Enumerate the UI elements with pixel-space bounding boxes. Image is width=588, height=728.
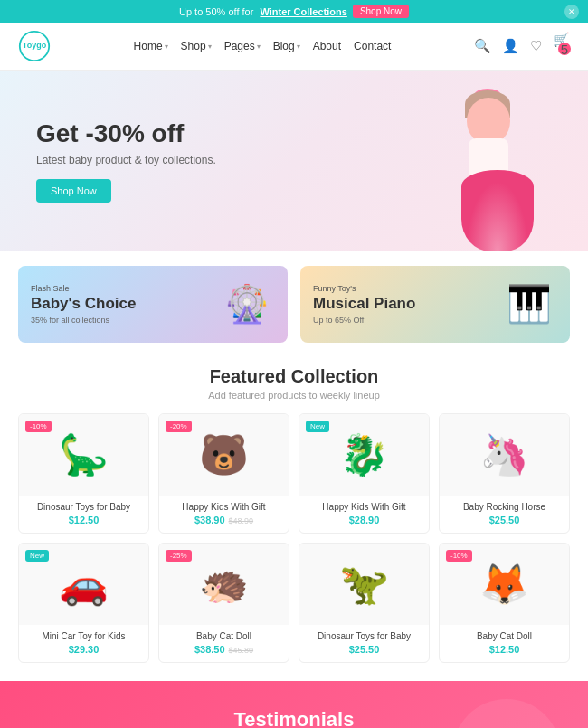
product-info: Dinosaur Toys for Baby $25.50 <box>299 625 429 662</box>
promo-tag-flash: Flash Sale <box>31 284 275 293</box>
product-old-price: $48.90 <box>229 516 254 525</box>
product-card[interactable]: -20% 🐻 Happy Kids With Gift $38.90$48.90 <box>158 413 289 534</box>
promo-title-piano: Musical Piano <box>313 296 557 313</box>
product-badge: New <box>306 421 329 432</box>
girl-figure <box>443 107 552 251</box>
cart-badge: 5 <box>558 43 571 55</box>
product-info: Dinosaur Toys for Baby $12.50 <box>19 496 148 533</box>
product-name: Baby Cat Doll <box>166 631 281 641</box>
product-name: Baby Cat Doll <box>447 631 562 641</box>
hero-heading: Get -30% off <box>36 119 216 148</box>
wishlist-icon[interactable]: ♡ <box>530 38 542 54</box>
product-name: Dinosaur Toys for Baby <box>26 502 141 512</box>
promo-sub-flash: 35% for all collections <box>31 316 275 325</box>
product-price-container: $38.90$48.90 <box>166 515 281 525</box>
product-price-container: $12.50 <box>447 644 562 655</box>
product-price-container: $25.50 <box>307 644 422 655</box>
product-name: Mini Car Toy for Kids <box>26 631 141 641</box>
product-old-price: $45.80 <box>229 646 254 655</box>
product-price: $25.50 <box>489 515 520 525</box>
promo-title-flash: Baby's Choice <box>31 296 275 313</box>
nav-home[interactable]: Home ▾ <box>134 40 168 52</box>
promo-card-funny-toys[interactable]: Funny Toy's Musical Piano Up to 65% Off … <box>300 266 570 343</box>
product-card[interactable]: -25% 🦔 Baby Cat Doll $38.50$45.80 <box>158 543 289 663</box>
product-card[interactable]: New 🚗 Mini Car Toy for Kids $29.30 <box>18 543 149 663</box>
banner-close-button[interactable]: ✕ <box>564 5 579 19</box>
product-price-container: $38.50$45.80 <box>166 644 281 655</box>
testimonials-title: Testimonials <box>18 708 570 728</box>
hero-subtext: Latest baby product & toy collections. <box>36 154 216 166</box>
nav-shop[interactable]: Shop ▾ <box>181 40 212 52</box>
product-price: $38.50 <box>194 644 225 655</box>
section-header: Featured Collection Add featured product… <box>18 366 570 401</box>
promo-tag-piano: Funny Toy's <box>313 284 557 293</box>
product-price: $25.50 <box>349 644 380 655</box>
product-info: Baby Cat Doll $38.50$45.80 <box>159 625 289 662</box>
hero-content: Get -30% off Latest baby product & toy c… <box>0 101 252 221</box>
nav-contact[interactable]: Contact <box>354 40 391 52</box>
product-card[interactable]: 🦄 Baby Rocking Horse $25.50 <box>439 413 570 534</box>
banner-shop-now-button[interactable]: Shop Now <box>353 5 409 18</box>
testimonials-section: Testimonials What they say 👧👦👩 <box>0 681 588 728</box>
promo-card-flash-sale[interactable]: Flash Sale Baby's Choice 35% for all col… <box>18 266 288 343</box>
product-name: Happy Kids With Gift <box>307 502 422 512</box>
section-subtitle: Add featured products to weekly lineup <box>18 390 570 401</box>
logo[interactable]: Toygo <box>18 30 51 62</box>
product-name: Happy Kids With Gift <box>166 502 281 512</box>
product-card[interactable]: -10% 🦕 Dinosaur Toys for Baby $12.50 <box>18 413 149 534</box>
product-info: Baby Cat Doll $12.50 <box>440 625 569 662</box>
logo-icon: Toygo <box>18 30 51 62</box>
section-title: Featured Collection <box>18 366 570 387</box>
products-grid: -10% 🦕 Dinosaur Toys for Baby $12.50 -20… <box>18 413 570 663</box>
hero-section: Get -30% off Latest baby product & toy c… <box>0 71 588 251</box>
search-icon[interactable]: 🔍 <box>474 38 491 54</box>
product-info: Baby Rocking Horse $25.50 <box>440 496 569 533</box>
product-price: $12.50 <box>489 644 520 655</box>
cart-icon[interactable]: 🛒 5 <box>553 32 570 61</box>
featured-collection-section: Featured Collection Add featured product… <box>0 357 588 681</box>
user-icon[interactable]: 👤 <box>502 38 519 54</box>
svg-text:Toygo: Toygo <box>23 41 47 50</box>
product-price-container: $28.90 <box>307 515 422 525</box>
product-price: $28.90 <box>349 515 380 525</box>
top-banner: Up to 50% off for Winter Collections Sho… <box>0 0 588 23</box>
product-badge: -20% <box>166 421 192 432</box>
product-badge: -10% <box>25 421 52 432</box>
product-badge: -10% <box>446 550 472 562</box>
banner-text: Up to 50% off for Winter Collections <box>179 6 347 17</box>
hero-shop-now-button[interactable]: Shop Now <box>36 179 111 203</box>
nav-blog[interactable]: Blog ▾ <box>273 40 300 52</box>
header: Toygo Home ▾ Shop ▾ Pages ▾ Blog ▾ About… <box>0 23 588 71</box>
product-info: Happy Kids With Gift $38.90$48.90 <box>159 496 289 533</box>
product-info: Happy Kids With Gift $28.90 <box>299 496 429 533</box>
product-price: $38.90 <box>194 515 225 525</box>
main-nav: Home ▾ Shop ▾ Pages ▾ Blog ▾ About Conta… <box>134 40 392 52</box>
product-badge: -25% <box>166 550 192 562</box>
product-card[interactable]: 🦖 Dinosaur Toys for Baby $25.50 <box>299 543 430 663</box>
product-image: 🦖 <box>299 544 429 625</box>
product-price: $29.30 <box>69 644 100 655</box>
promo-banners: Flash Sale Baby's Choice 35% for all col… <box>0 251 588 357</box>
product-name: Baby Rocking Horse <box>447 502 562 512</box>
product-info: Mini Car Toy for Kids $29.30 <box>19 625 148 662</box>
product-badge: New <box>25 550 49 562</box>
header-icons: 🔍 👤 ♡ 🛒 5 <box>474 32 570 61</box>
dress <box>461 170 534 251</box>
product-price: $12.50 <box>69 515 100 525</box>
product-price-container: $25.50 <box>447 515 562 525</box>
product-card[interactable]: New 🐉 Happy Kids With Gift $28.90 <box>299 413 430 534</box>
product-card[interactable]: -10% 🦊 Baby Cat Doll $12.50 <box>439 543 570 663</box>
product-price-container: $29.30 <box>26 644 141 655</box>
nav-about[interactable]: About <box>313 40 341 52</box>
promo-text-piano: Funny Toy's Musical Piano Up to 65% Off <box>313 284 557 325</box>
promo-text-flash: Flash Sale Baby's Choice 35% for all col… <box>31 284 275 325</box>
product-price-container: $12.50 <box>26 515 141 525</box>
product-name: Dinosaur Toys for Baby <box>307 631 422 641</box>
hero-image <box>280 71 588 251</box>
product-image: 🦄 <box>440 414 569 496</box>
nav-pages[interactable]: Pages ▾ <box>224 40 261 52</box>
promo-sub-piano: Up to 65% Off <box>313 316 557 325</box>
